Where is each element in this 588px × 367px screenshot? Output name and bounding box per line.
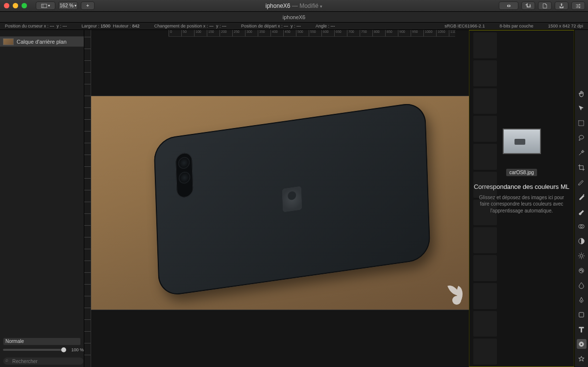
layer-thumb bbox=[3, 38, 14, 45]
svg-point-9 bbox=[582, 270, 583, 271]
zoom-select[interactable]: 162 %▾ bbox=[58, 1, 78, 10]
gradient-icon[interactable] bbox=[577, 236, 587, 246]
info-bar: Position du curseur x : --- y : --- Larg… bbox=[0, 23, 588, 30]
tool-strip bbox=[574, 30, 588, 367]
opacity-slider[interactable] bbox=[3, 349, 66, 351]
view-mode-button[interactable]: ▾ bbox=[36, 1, 55, 10]
svg-point-7 bbox=[579, 268, 584, 272]
blend-mode-select[interactable]: Normale bbox=[3, 338, 81, 345]
sponge-icon[interactable] bbox=[577, 265, 587, 275]
tab-bar: iphoneX6 bbox=[0, 12, 588, 23]
canvas-area[interactable]: 0501001502002503003504004505005506006507… bbox=[84, 30, 469, 367]
canvas-image[interactable] bbox=[91, 96, 469, 310]
zoom-add-button[interactable]: + bbox=[81, 1, 95, 10]
ml-filename-chip: carOS8.jpg bbox=[506, 169, 537, 176]
eyedrop-icon[interactable] bbox=[577, 192, 587, 202]
brush-icon[interactable] bbox=[577, 207, 587, 216]
svg-rect-0 bbox=[42, 4, 47, 8]
shape-icon[interactable] bbox=[577, 310, 587, 319]
svg-rect-2 bbox=[579, 120, 584, 125]
svg-point-10 bbox=[582, 269, 583, 270]
window-title: iphoneX6 — Modifié ▾ bbox=[266, 2, 322, 9]
marquee-icon[interactable] bbox=[577, 118, 587, 128]
svg-point-8 bbox=[580, 269, 581, 270]
layers-panel: Calque d'arrière plan Normale 100 % ⌕ ✻ bbox=[0, 30, 84, 367]
ruler-horizontal: 0501001502002503003504004505005506006507… bbox=[169, 30, 455, 37]
layer-search-input[interactable] bbox=[3, 357, 84, 365]
ml-color-match-panel[interactable]: carOS8.jpg Correspondance des couleurs M… bbox=[469, 30, 574, 367]
dodge-icon[interactable] bbox=[577, 251, 587, 261]
close-icon[interactable] bbox=[4, 3, 9, 8]
titlebar: ▾ 162 %▾ + iphoneX6 — Modifié ▾ bbox=[0, 0, 588, 12]
watermark-icon bbox=[449, 284, 464, 305]
magic-wand-icon[interactable] bbox=[577, 148, 587, 157]
maximize-icon[interactable] bbox=[22, 3, 27, 8]
ml-drop-thumbnail[interactable] bbox=[503, 129, 541, 154]
svg-point-6 bbox=[580, 254, 583, 257]
crop-button[interactable] bbox=[521, 1, 535, 10]
lasso-icon[interactable] bbox=[577, 133, 587, 143]
search-icon: ⌕ bbox=[5, 357, 8, 363]
clone-icon[interactable] bbox=[577, 221, 587, 231]
minimize-icon[interactable] bbox=[13, 3, 18, 8]
hand-icon[interactable] bbox=[577, 89, 587, 99]
slice-icon[interactable] bbox=[577, 177, 587, 187]
phone-graphic bbox=[153, 101, 431, 297]
text-icon[interactable] bbox=[577, 324, 587, 334]
crop-icon[interactable] bbox=[577, 162, 587, 172]
blur-icon[interactable] bbox=[577, 280, 587, 290]
svg-point-13 bbox=[581, 343, 583, 345]
share-button[interactable] bbox=[555, 1, 568, 10]
pen-icon[interactable] bbox=[577, 295, 587, 305]
link-button[interactable] bbox=[499, 1, 518, 10]
settings-button[interactable] bbox=[571, 1, 585, 10]
layer-name: Calque d'arrière plan bbox=[17, 39, 67, 45]
star-icon[interactable] bbox=[577, 354, 587, 364]
ml-color-icon[interactable] bbox=[577, 339, 587, 349]
tab-active[interactable]: iphoneX6 bbox=[283, 14, 306, 20]
export-button[interactable] bbox=[538, 1, 552, 10]
window-controls bbox=[4, 3, 27, 8]
move-icon[interactable] bbox=[577, 104, 587, 113]
opacity-value: 100 % bbox=[68, 347, 84, 352]
ruler-vertical bbox=[84, 30, 91, 367]
layer-row-background[interactable]: Calque d'arrière plan bbox=[0, 37, 84, 47]
svg-rect-11 bbox=[579, 312, 584, 316]
